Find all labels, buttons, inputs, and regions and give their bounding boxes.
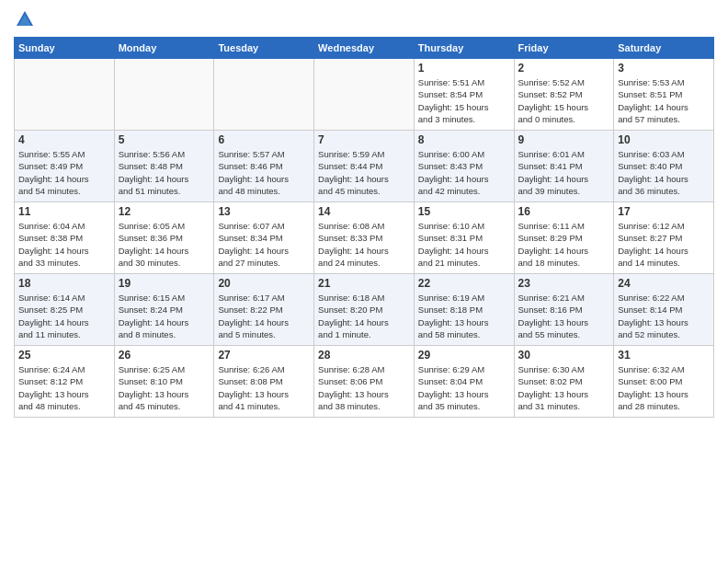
day-info: Sunrise: 6:19 AMSunset: 8:18 PMDaylight:… (418, 292, 510, 340)
day-number: 30 (518, 349, 610, 362)
calendar-day: 24Sunrise: 6:22 AMSunset: 8:14 PMDayligh… (614, 274, 714, 346)
day-number: 29 (418, 349, 510, 362)
day-info: Sunrise: 6:04 AMSunset: 8:38 PMDaylight:… (18, 220, 110, 269)
calendar-day: 1Sunrise: 5:51 AMSunset: 8:54 PMDaylight… (414, 59, 514, 131)
col-header-friday: Friday (514, 38, 614, 59)
calendar-day: 28Sunrise: 6:28 AMSunset: 8:06 PMDayligh… (314, 346, 415, 418)
day-number: 9 (518, 133, 610, 146)
day-number: 12 (119, 205, 210, 218)
calendar-day: 7Sunrise: 5:59 AMSunset: 8:44 PMDaylight… (314, 131, 415, 202)
col-header-tuesday: Tuesday (214, 38, 314, 59)
day-info: Sunrise: 5:57 AMSunset: 8:46 PMDaylight:… (218, 148, 310, 197)
calendar-day: 30Sunrise: 6:30 AMSunset: 8:02 PMDayligh… (514, 346, 614, 418)
calendar-day: 17Sunrise: 6:12 AMSunset: 8:27 PMDayligh… (614, 202, 714, 274)
day-info: Sunrise: 6:26 AMSunset: 8:08 PMDaylight:… (218, 363, 310, 412)
day-number: 10 (618, 133, 710, 146)
calendar-day: 26Sunrise: 6:25 AMSunset: 8:10 PMDayligh… (114, 346, 214, 418)
calendar-day (314, 59, 415, 131)
day-number: 31 (618, 349, 710, 362)
calendar-week-row: 25Sunrise: 6:24 AMSunset: 8:12 PMDayligh… (15, 346, 714, 418)
day-number: 4 (18, 133, 110, 146)
day-info: Sunrise: 5:59 AMSunset: 8:44 PMDaylight:… (318, 148, 410, 197)
day-info: Sunrise: 6:07 AMSunset: 8:34 PMDaylight:… (218, 220, 310, 269)
day-info: Sunrise: 6:32 AMSunset: 8:00 PMDaylight:… (618, 363, 710, 412)
col-header-thursday: Thursday (414, 38, 514, 59)
day-info: Sunrise: 5:53 AMSunset: 8:51 PMDaylight:… (618, 76, 710, 125)
calendar-day: 8Sunrise: 6:00 AMSunset: 8:43 PMDaylight… (414, 131, 514, 202)
day-number: 19 (119, 277, 210, 290)
day-number: 25 (18, 349, 110, 362)
calendar-week-row: 18Sunrise: 6:14 AMSunset: 8:25 PMDayligh… (15, 274, 714, 346)
calendar-day (114, 59, 214, 131)
day-number: 16 (518, 205, 610, 218)
day-number: 26 (119, 349, 210, 362)
day-info: Sunrise: 6:15 AMSunset: 8:24 PMDaylight:… (119, 292, 210, 340)
day-info: Sunrise: 5:52 AMSunset: 8:52 PMDaylight:… (518, 76, 610, 125)
day-info: Sunrise: 5:55 AMSunset: 8:49 PMDaylight:… (18, 148, 110, 197)
calendar-day: 27Sunrise: 6:26 AMSunset: 8:08 PMDayligh… (214, 346, 314, 418)
day-info: Sunrise: 6:12 AMSunset: 8:27 PMDaylight:… (618, 220, 710, 269)
calendar-day: 15Sunrise: 6:10 AMSunset: 8:31 PMDayligh… (414, 202, 514, 274)
day-info: Sunrise: 6:29 AMSunset: 8:04 PMDaylight:… (418, 363, 510, 412)
day-number: 20 (218, 277, 310, 290)
logo-text-block (14, 9, 36, 29)
day-number: 21 (318, 277, 410, 290)
calendar-day: 25Sunrise: 6:24 AMSunset: 8:12 PMDayligh… (15, 346, 115, 418)
calendar-day: 3Sunrise: 5:53 AMSunset: 8:51 PMDaylight… (614, 59, 714, 131)
day-number: 6 (218, 133, 310, 146)
calendar-week-row: 11Sunrise: 6:04 AMSunset: 8:38 PMDayligh… (15, 202, 714, 274)
day-info: Sunrise: 6:17 AMSunset: 8:22 PMDaylight:… (218, 292, 310, 340)
calendar-day: 20Sunrise: 6:17 AMSunset: 8:22 PMDayligh… (214, 274, 314, 346)
calendar-day: 13Sunrise: 6:07 AMSunset: 8:34 PMDayligh… (214, 202, 314, 274)
calendar-day (214, 59, 314, 131)
day-info: Sunrise: 6:18 AMSunset: 8:20 PMDaylight:… (318, 292, 410, 340)
day-info: Sunrise: 6:28 AMSunset: 8:06 PMDaylight:… (318, 363, 410, 412)
day-number: 23 (518, 277, 610, 290)
calendar-day: 5Sunrise: 5:56 AMSunset: 8:48 PMDaylight… (114, 131, 214, 202)
calendar-day: 19Sunrise: 6:15 AMSunset: 8:24 PMDayligh… (114, 274, 214, 346)
calendar-day: 18Sunrise: 6:14 AMSunset: 8:25 PMDayligh… (15, 274, 115, 346)
calendar-header-row: SundayMondayTuesdayWednesdayThursdayFrid… (15, 38, 714, 59)
calendar-day: 21Sunrise: 6:18 AMSunset: 8:20 PMDayligh… (314, 274, 415, 346)
day-info: Sunrise: 6:21 AMSunset: 8:16 PMDaylight:… (518, 292, 610, 340)
calendar-day: 4Sunrise: 5:55 AMSunset: 8:49 PMDaylight… (15, 131, 115, 202)
calendar-week-row: 4Sunrise: 5:55 AMSunset: 8:49 PMDaylight… (15, 131, 714, 202)
calendar-day: 6Sunrise: 5:57 AMSunset: 8:46 PMDaylight… (214, 131, 314, 202)
day-info: Sunrise: 5:51 AMSunset: 8:54 PMDaylight:… (418, 76, 510, 125)
col-header-wednesday: Wednesday (314, 38, 415, 59)
calendar-day: 2Sunrise: 5:52 AMSunset: 8:52 PMDaylight… (514, 59, 614, 131)
day-number: 27 (218, 349, 310, 362)
day-info: Sunrise: 6:10 AMSunset: 8:31 PMDaylight:… (418, 220, 510, 269)
day-info: Sunrise: 6:01 AMSunset: 8:41 PMDaylight:… (518, 148, 610, 197)
calendar-day: 14Sunrise: 6:08 AMSunset: 8:33 PMDayligh… (314, 202, 415, 274)
day-number: 1 (418, 62, 510, 75)
logo (14, 9, 36, 29)
calendar-day: 12Sunrise: 6:05 AMSunset: 8:36 PMDayligh… (114, 202, 214, 274)
day-number: 5 (119, 133, 210, 146)
day-number: 8 (418, 133, 510, 146)
day-number: 2 (518, 62, 610, 75)
calendar-day: 22Sunrise: 6:19 AMSunset: 8:18 PMDayligh… (414, 274, 514, 346)
col-header-monday: Monday (114, 38, 214, 59)
day-number: 18 (18, 277, 110, 290)
day-number: 11 (18, 205, 110, 218)
day-info: Sunrise: 5:56 AMSunset: 8:48 PMDaylight:… (119, 148, 210, 197)
calendar-day: 29Sunrise: 6:29 AMSunset: 8:04 PMDayligh… (414, 346, 514, 418)
day-info: Sunrise: 6:25 AMSunset: 8:10 PMDaylight:… (119, 363, 210, 412)
day-number: 14 (318, 205, 410, 218)
logo-icon (15, 9, 35, 29)
day-number: 28 (318, 349, 410, 362)
day-number: 7 (318, 133, 410, 146)
page-container: SundayMondayTuesdayWednesdayThursdayFrid… (0, 0, 728, 427)
calendar-day: 23Sunrise: 6:21 AMSunset: 8:16 PMDayligh… (514, 274, 614, 346)
day-info: Sunrise: 6:24 AMSunset: 8:12 PMDaylight:… (18, 363, 110, 412)
calendar-day: 16Sunrise: 6:11 AMSunset: 8:29 PMDayligh… (514, 202, 614, 274)
day-number: 3 (618, 62, 710, 75)
day-info: Sunrise: 6:05 AMSunset: 8:36 PMDaylight:… (119, 220, 210, 269)
day-number: 17 (618, 205, 710, 218)
calendar-week-row: 1Sunrise: 5:51 AMSunset: 8:54 PMDaylight… (15, 59, 714, 131)
calendar-day: 11Sunrise: 6:04 AMSunset: 8:38 PMDayligh… (15, 202, 115, 274)
calendar-day (15, 59, 115, 131)
calendar-day: 9Sunrise: 6:01 AMSunset: 8:41 PMDaylight… (514, 131, 614, 202)
page-header (14, 9, 714, 29)
